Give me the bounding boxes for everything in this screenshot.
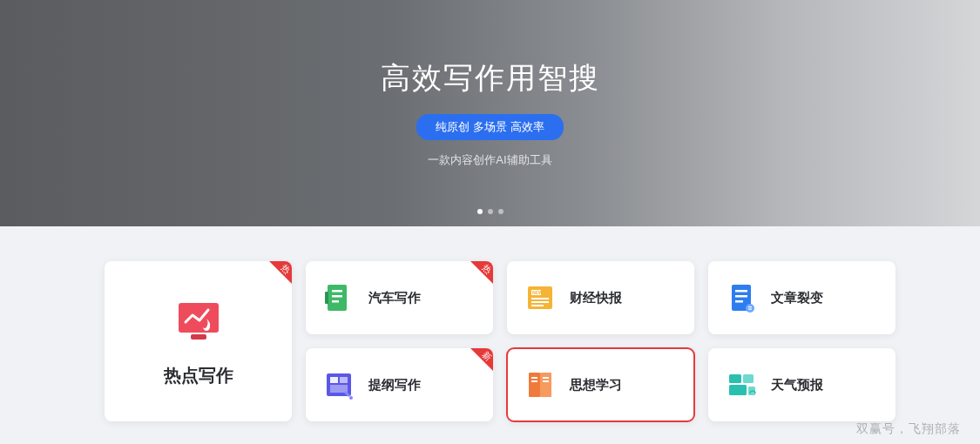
card-weather-forecast[interactable]: 天气预报 (708, 348, 896, 421)
grid-purple-icon (321, 367, 356, 402)
card-label: 财经快报 (570, 290, 622, 306)
svg-rect-29 (543, 377, 549, 379)
hot-writing-icon (173, 296, 224, 346)
svg-point-24 (349, 396, 353, 400)
svg-rect-2 (328, 285, 347, 311)
carousel-dot[interactable] (498, 209, 504, 214)
content-area: 热 热点写作 热 (0, 226, 980, 421)
svg-point-17 (746, 304, 754, 313)
svg-rect-11 (531, 301, 549, 303)
hero-banner: 高效写作用智搜 纯原创 多场景 高效率 一款内容创作AI辅助工具 (0, 0, 980, 226)
svg-rect-19 (748, 309, 752, 310)
card-label: 文章裂变 (771, 290, 823, 306)
svg-rect-32 (743, 374, 754, 383)
hero-title: 高效写作用智搜 (381, 58, 600, 98)
news-orange-icon: NEW (523, 280, 558, 315)
svg-rect-33 (729, 385, 747, 395)
hero-subtitle: 一款内容创作AI辅助工具 (428, 152, 551, 168)
card-outline-writing[interactable]: 新 提纲写作 (306, 348, 493, 421)
card-grid: 热 热点写作 热 (105, 261, 875, 421)
card-finance-news[interactable]: NEW 财经快报 (507, 261, 694, 334)
hot-tag-icon: 热 (269, 261, 292, 284)
card-article-split[interactable]: 文章裂变 (708, 261, 896, 334)
card-hot-writing[interactable]: 热 热点写作 (105, 261, 292, 421)
hot-tag-icon: 热 (470, 261, 493, 284)
card-label: 天气预报 (771, 377, 823, 394)
document-green-icon (321, 280, 356, 315)
document-blue-icon (724, 280, 759, 315)
svg-rect-31 (729, 374, 741, 383)
watermark-text: 双赢号，飞翔部落 (856, 421, 961, 437)
svg-rect-6 (325, 292, 328, 304)
svg-rect-26 (540, 373, 551, 397)
card-thought-learning[interactable]: 思想学习 (507, 348, 694, 421)
carousel-dot[interactable] (488, 209, 493, 214)
card-label: 汽车写作 (368, 290, 421, 306)
book-orange-icon (523, 367, 558, 402)
svg-rect-16 (735, 300, 743, 303)
svg-rect-27 (531, 377, 537, 379)
svg-rect-3 (332, 290, 342, 293)
svg-rect-12 (531, 305, 544, 306)
carousel-dot[interactable] (477, 209, 483, 214)
svg-rect-1 (191, 334, 206, 340)
svg-rect-0 (179, 303, 219, 333)
card-label: 思想学习 (570, 377, 622, 394)
dashboard-teal-icon (724, 367, 759, 402)
card-car-writing[interactable]: 热 汽车写作 (306, 261, 493, 334)
carousel-dots[interactable] (477, 209, 504, 214)
svg-rect-22 (340, 377, 348, 383)
new-tag-icon: 新 (470, 348, 493, 371)
svg-text:NEW: NEW (532, 290, 543, 295)
svg-rect-21 (330, 377, 338, 383)
svg-rect-28 (531, 380, 537, 382)
hero-badge: 纯原创 多场景 高效率 (416, 114, 563, 140)
svg-rect-23 (330, 385, 348, 393)
svg-rect-10 (531, 298, 549, 299)
svg-rect-18 (748, 306, 752, 307)
svg-rect-15 (735, 295, 747, 298)
svg-rect-25 (529, 373, 540, 397)
svg-rect-14 (735, 290, 747, 293)
svg-rect-4 (332, 295, 342, 298)
card-label: 提纲写作 (368, 377, 421, 394)
svg-rect-5 (332, 300, 339, 303)
svg-rect-30 (543, 380, 549, 382)
card-label: 热点写作 (164, 364, 233, 387)
